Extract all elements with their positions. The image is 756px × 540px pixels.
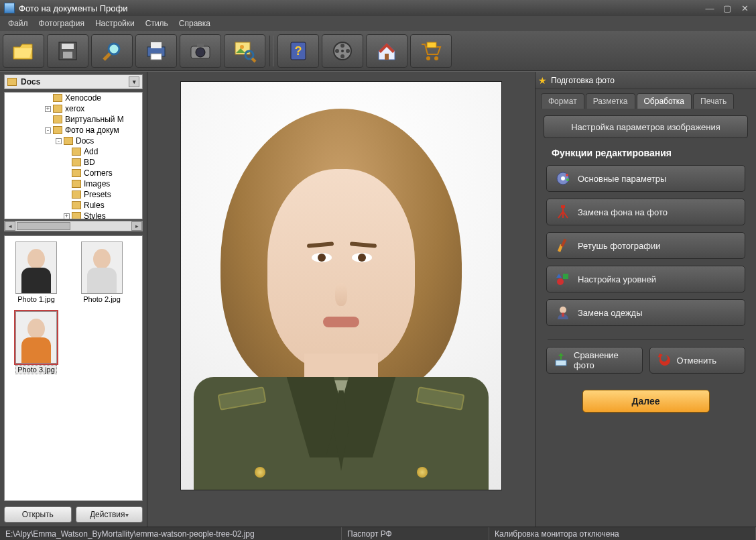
function-label: Замена одежды [578, 308, 643, 318]
folder-icon [72, 212, 81, 219]
toolbar-print[interactable] [135, 34, 177, 68]
tab-markup[interactable]: Разметка [586, 93, 635, 109]
svg-point-28 [566, 178, 569, 181]
film-reel-icon [330, 39, 355, 63]
camera-icon [188, 39, 212, 63]
svg-point-26 [561, 176, 565, 180]
thumbnail-item[interactable]: Photo 1.jpg [10, 241, 62, 303]
undo-icon [657, 352, 672, 369]
tree-node[interactable]: Images [5, 178, 142, 189]
tree-node[interactable]: Corners [5, 168, 142, 178]
toolbar-film[interactable] [322, 34, 363, 68]
actions-button[interactable]: Действия [76, 506, 143, 523]
toolbar-zoom[interactable] [91, 34, 133, 68]
svg-point-17 [340, 54, 344, 58]
tab-format[interactable]: Формат [541, 93, 584, 109]
minimize-button[interactable]: — [702, 3, 717, 13]
tree-node-label: Add [84, 146, 98, 157]
tab-print[interactable]: Печать [693, 93, 734, 109]
next-button[interactable]: Далее [582, 390, 710, 413]
tree-node[interactable]: BD [5, 157, 142, 168]
undo-label: Отменить [677, 356, 716, 366]
svg-point-16 [340, 44, 344, 48]
tree-node[interactable]: Виртуальный М [5, 114, 142, 125]
tree-expand-icon[interactable]: + [64, 213, 70, 219]
tab-processing[interactable]: Обработка [637, 93, 692, 109]
thumbnail-item[interactable]: Photo 2.jpg [76, 241, 128, 303]
svg-rect-9 [197, 44, 204, 47]
tree-node[interactable]: +xerox [5, 103, 142, 114]
folder-icon [72, 201, 81, 209]
folder-icon [53, 126, 62, 134]
status-format: Паспорт РФ [342, 527, 489, 540]
svg-text:?: ? [295, 44, 302, 58]
function-tripod[interactable]: Замена фона на фото [546, 199, 745, 225]
toolbar-save[interactable] [47, 34, 88, 68]
thumbnail-caption: Photo 1.jpg [17, 295, 55, 303]
titlebar[interactable]: Фото на документы Профи — ▢ ✕ [0, 0, 756, 16]
toolbar-open[interactable] [3, 34, 44, 68]
toolbar-image-search[interactable] [224, 34, 265, 68]
path-dropdown-button[interactable]: ▾ [129, 76, 139, 87]
thumbnail-image [15, 311, 57, 364]
menu-file[interactable]: Файл [3, 17, 34, 30]
scroll-left-button[interactable]: ◂ [5, 221, 15, 231]
thumbnails-panel: Photo 1.jpgPhoto 2.jpgPhoto 3.jpg [4, 235, 143, 501]
tree-expand-icon[interactable]: - [56, 138, 62, 144]
svg-point-31 [557, 278, 564, 285]
path-selector[interactable]: Docs ▾ [4, 74, 143, 89]
status-path: E:\Alpy\Emma_Watson_ByMortallity\emma-wa… [0, 527, 342, 540]
function-label: Ретушь фотографии [578, 241, 660, 251]
svg-point-23 [434, 56, 438, 60]
menu-photo[interactable]: Фотография [34, 17, 90, 30]
tree-node-label: Rules [84, 200, 105, 211]
statusbar: E:\Alpy\Emma_Watson_ByMortallity\emma-wa… [0, 527, 756, 540]
toolbar-home[interactable] [366, 34, 407, 68]
compare-icon [554, 352, 568, 369]
tree-node[interactable]: Xenocode [5, 93, 142, 103]
menu-style[interactable]: Стиль [140, 17, 174, 30]
undo-button[interactable]: Отменить [649, 347, 746, 374]
function-levels[interactable]: Настройка уровней [546, 266, 745, 292]
toolbar-camera[interactable] [180, 34, 221, 68]
toolbar-help[interactable]: ? [277, 34, 319, 68]
function-clothes[interactable]: Замена одежды [546, 299, 745, 326]
folder-icon [72, 191, 81, 199]
menu-help[interactable]: Справка [174, 17, 216, 30]
tree-node[interactable]: -Docs [5, 136, 142, 146]
toolbar-separator [269, 36, 273, 66]
save-icon [56, 39, 80, 63]
function-brush[interactable]: Ретушь фотографии [546, 232, 745, 259]
tree-node[interactable]: Presets [5, 189, 142, 200]
tree-node[interactable]: +Styles [5, 211, 142, 219]
tree-node[interactable]: -Фото на докум [5, 125, 142, 136]
image-params-button[interactable]: Настройка параметров изображения [544, 115, 748, 138]
tree-expand-icon[interactable]: - [45, 127, 51, 133]
photo-preview[interactable] [180, 81, 502, 490]
svg-rect-24 [427, 42, 436, 48]
toolbar-cart[interactable] [410, 34, 452, 68]
photo-face [267, 169, 415, 370]
thumbnail-item[interactable]: Photo 3.jpg [10, 311, 62, 374]
maximize-button[interactable]: ▢ [720, 3, 735, 13]
svg-point-33 [560, 307, 566, 313]
menu-settings[interactable]: Настройки [90, 17, 140, 30]
scroll-right-button[interactable]: ▸ [131, 221, 142, 231]
app-window: Фото на документы Профи — ▢ ✕ Файл Фотог… [0, 0, 756, 540]
open-button[interactable]: Открыть [4, 506, 72, 523]
tree-node[interactable]: Add [5, 146, 142, 157]
folder-tree[interactable]: Xenocode+xeroxВиртуальный М-Фото на доку… [4, 92, 143, 219]
svg-point-19 [346, 49, 350, 53]
close-button[interactable]: ✕ [737, 3, 752, 13]
tree-horizontal-scrollbar[interactable]: ◂ ▸ [4, 221, 143, 231]
thumbnail-image [81, 241, 123, 294]
tree-node-label: Images [84, 178, 110, 189]
svg-rect-1 [62, 44, 74, 49]
function-gear[interactable]: Основные параметры [546, 165, 745, 192]
app-icon [4, 3, 15, 13]
scroll-thumb[interactable] [17, 222, 70, 230]
levels-icon [555, 271, 571, 287]
compare-photo-button[interactable]: Сравнение фото [546, 347, 643, 374]
tree-expand-icon[interactable]: + [45, 106, 51, 112]
tree-node[interactable]: Rules [5, 200, 142, 211]
